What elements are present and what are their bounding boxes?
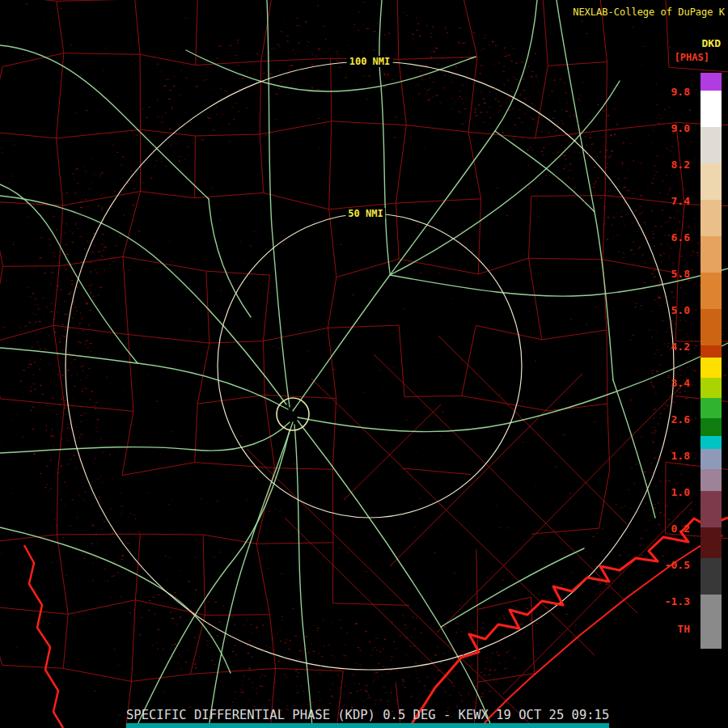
highway-east-northsouth bbox=[557, 0, 613, 380]
colorbar-segment bbox=[700, 273, 722, 309]
highway-austin-north bbox=[379, 0, 390, 273]
highway-i37-southeast bbox=[298, 421, 492, 728]
colorbar-segment bbox=[700, 345, 722, 358]
highway-i10-west bbox=[0, 348, 288, 409]
product-title-bar: SPECIFIC DIFFERENTIAL PHASE (KDP) 0.5 DE… bbox=[126, 708, 609, 728]
colorbar-segment bbox=[700, 73, 722, 91]
colorbar-segment bbox=[700, 200, 722, 236]
highway-us90-west bbox=[0, 422, 290, 453]
county-line bbox=[437, 384, 684, 633]
colorbar-segment bbox=[700, 418, 722, 436]
range-label-50nmi: 50 NMI bbox=[345, 208, 385, 219]
radar-map bbox=[0, 0, 728, 728]
color-scale-bar bbox=[700, 73, 722, 649]
county-line bbox=[374, 354, 637, 613]
product-code: DKD bbox=[702, 37, 721, 49]
site-attribution: NEXLAB-College of DuPage K bbox=[573, 6, 725, 18]
colorbar-segment bbox=[700, 378, 722, 398]
highway-northeast-diagonal bbox=[390, 81, 620, 275]
highway-topleft-diagonal bbox=[0, 45, 209, 199]
colorbar-segment bbox=[700, 127, 722, 163]
highway-i10-east bbox=[298, 343, 728, 432]
county-line bbox=[285, 518, 453, 684]
colorbar-segment bbox=[700, 469, 722, 491]
radar-display: NEXLAB-College of DuPage K DKD [PHAS] 10… bbox=[0, 0, 728, 728]
product-title: SPECIFIC DIFFERENTIAL PHASE (KDP) 0.5 DE… bbox=[126, 708, 609, 722]
colorbar-segment bbox=[700, 449, 722, 469]
county-line bbox=[247, 449, 534, 728]
county-boundaries-diagonal bbox=[247, 336, 692, 728]
product-phase-label: [PHAS] bbox=[675, 52, 709, 63]
highway-ne-connector bbox=[495, 131, 595, 212]
county-boundaries bbox=[0, 0, 728, 728]
colorbar-segment bbox=[700, 558, 722, 595]
colorbar-segment bbox=[700, 358, 722, 378]
city-loop-road bbox=[277, 398, 309, 430]
highway-us281-south bbox=[294, 425, 312, 728]
highway-northwest bbox=[0, 196, 286, 404]
highway-lines bbox=[0, 0, 728, 728]
colorbar-segment bbox=[700, 595, 722, 649]
highway-southwest-diagonal bbox=[136, 430, 290, 728]
colorbar-segment bbox=[700, 236, 722, 273]
range-label-100nmi: 100 NMI bbox=[347, 56, 393, 67]
scale-unit-label: TH bbox=[677, 623, 690, 635]
rio-grande-river bbox=[24, 545, 63, 728]
colorbar-segment bbox=[700, 527, 722, 558]
range-ring-50nmi bbox=[218, 214, 522, 518]
colorbar-segment bbox=[700, 309, 722, 345]
colorbar-segment bbox=[700, 163, 722, 200]
highway-hill-connector bbox=[209, 199, 251, 317]
colorbar-segment bbox=[700, 91, 722, 127]
colorbar-segment bbox=[700, 398, 722, 418]
colorbar-segment bbox=[700, 436, 722, 449]
title-underline bbox=[126, 723, 609, 728]
county-line bbox=[344, 404, 441, 500]
colorbar-segment bbox=[700, 491, 722, 527]
highway-nw-spur bbox=[0, 184, 138, 363]
